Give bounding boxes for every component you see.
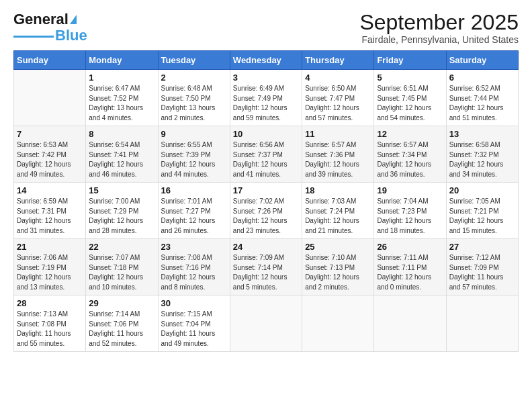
day-info: Sunrise: 7:14 AMSunset: 7:06 PMDaylight:… [89,310,143,347]
day-number: 29 [89,298,154,308]
day-number: 8 [89,129,154,139]
day-number: 6 [449,73,515,83]
day-number: 23 [161,242,227,252]
day-number: 2 [161,73,227,83]
calendar-cell: 3 Sunrise: 6:49 AMSunset: 7:49 PMDayligh… [230,70,302,126]
day-info: Sunrise: 7:09 AMSunset: 7:14 PMDaylight:… [233,254,287,291]
logo: General Blue [13,11,87,44]
day-number: 30 [161,298,227,308]
calendar-cell: 30 Sunrise: 7:15 AMSunset: 7:04 PMDaylig… [158,295,230,352]
calendar-cell: 1 Sunrise: 6:47 AMSunset: 7:52 PMDayligh… [86,70,158,126]
calendar-cell: 21 Sunrise: 7:06 AMSunset: 7:19 PMDaylig… [14,239,86,295]
day-info: Sunrise: 6:47 AMSunset: 7:52 PMDaylight:… [89,85,143,122]
day-number: 1 [89,73,154,83]
day-info: Sunrise: 7:07 AMSunset: 7:18 PMDaylight:… [89,254,143,291]
calendar-cell: 25 Sunrise: 7:10 AMSunset: 7:13 PMDaylig… [302,239,374,295]
day-info: Sunrise: 6:51 AMSunset: 7:45 PMDaylight:… [377,85,431,122]
calendar-cell: 20 Sunrise: 7:05 AMSunset: 7:21 PMDaylig… [446,183,518,239]
calendar-cell: 4 Sunrise: 6:50 AMSunset: 7:47 PMDayligh… [302,70,374,126]
day-number: 28 [17,298,83,308]
day-info: Sunrise: 6:50 AMSunset: 7:47 PMDaylight:… [305,85,359,122]
day-info: Sunrise: 6:48 AMSunset: 7:50 PMDaylight:… [161,85,216,122]
day-info: Sunrise: 7:04 AMSunset: 7:23 PMDaylight:… [377,197,431,234]
day-info: Sunrise: 7:02 AMSunset: 7:26 PMDaylight:… [233,197,287,234]
calendar-cell: 22 Sunrise: 7:07 AMSunset: 7:18 PMDaylig… [86,239,158,295]
day-info: Sunrise: 7:15 AMSunset: 7:04 PMDaylight:… [161,310,216,347]
day-number: 9 [161,129,227,139]
calendar-cell: 19 Sunrise: 7:04 AMSunset: 7:23 PMDaylig… [374,183,446,239]
calendar-cell: 23 Sunrise: 7:08 AMSunset: 7:16 PMDaylig… [158,239,230,295]
day-info: Sunrise: 6:54 AMSunset: 7:41 PMDaylight:… [89,141,143,178]
calendar-cell: 24 Sunrise: 7:09 AMSunset: 7:14 PMDaylig… [230,239,302,295]
day-number: 24 [233,242,299,252]
calendar-cell: 12 Sunrise: 6:57 AMSunset: 7:34 PMDaylig… [374,126,446,183]
logo-blue: Blue [55,27,87,44]
calendar-cell: 14 Sunrise: 6:59 AMSunset: 7:31 PMDaylig… [14,183,86,239]
calendar-cell [302,295,374,352]
day-number: 18 [305,185,371,195]
day-info: Sunrise: 6:58 AMSunset: 7:32 PMDaylight:… [449,141,504,178]
day-number: 19 [377,185,443,195]
calendar-cell: 15 Sunrise: 7:00 AMSunset: 7:29 PMDaylig… [86,183,158,239]
calendar-cell: 11 Sunrise: 6:57 AMSunset: 7:36 PMDaylig… [302,126,374,183]
calendar-cell: 18 Sunrise: 7:03 AMSunset: 7:24 PMDaylig… [302,183,374,239]
day-number: 5 [377,73,443,83]
day-number: 3 [233,73,299,83]
day-info: Sunrise: 7:08 AMSunset: 7:16 PMDaylight:… [161,254,216,291]
day-info: Sunrise: 6:59 AMSunset: 7:31 PMDaylight:… [17,197,71,234]
calendar-cell [230,295,302,352]
col-friday: Friday [374,51,446,70]
day-number: 27 [449,242,515,252]
day-info: Sunrise: 7:03 AMSunset: 7:24 PMDaylight:… [305,197,359,234]
calendar-cell [374,295,446,352]
col-monday: Monday [86,51,158,70]
day-number: 25 [305,242,371,252]
title-block: September 2025 Fairdale, Pennsylvania, U… [359,11,519,45]
calendar-cell: 17 Sunrise: 7:02 AMSunset: 7:26 PMDaylig… [230,183,302,239]
day-number: 26 [377,242,443,252]
calendar-week-2: 7 Sunrise: 6:53 AMSunset: 7:42 PMDayligh… [14,126,519,183]
logo-triangle-icon [70,15,77,24]
day-info: Sunrise: 6:49 AMSunset: 7:49 PMDaylight:… [233,85,287,122]
logo-line [13,36,54,38]
day-info: Sunrise: 7:11 AMSunset: 7:11 PMDaylight:… [377,254,431,291]
calendar-table: Sunday Monday Tuesday Wednesday Thursday… [13,50,519,352]
main-container: General Blue September 2025 Fairdale, Pe… [0,0,532,359]
day-info: Sunrise: 6:53 AMSunset: 7:42 PMDaylight:… [17,141,71,178]
day-number: 15 [89,185,154,195]
col-wednesday: Wednesday [230,51,302,70]
calendar-cell [446,295,518,352]
calendar-cell: 6 Sunrise: 6:52 AMSunset: 7:44 PMDayligh… [446,70,518,126]
day-number: 21 [17,242,83,252]
day-number: 22 [89,242,154,252]
calendar-week-3: 14 Sunrise: 6:59 AMSunset: 7:31 PMDaylig… [14,183,519,239]
calendar-cell: 27 Sunrise: 7:12 AMSunset: 7:09 PMDaylig… [446,239,518,295]
calendar-week-4: 21 Sunrise: 7:06 AMSunset: 7:19 PMDaylig… [14,239,519,295]
calendar-cell: 29 Sunrise: 7:14 AMSunset: 7:06 PMDaylig… [86,295,158,352]
day-number: 13 [449,129,515,139]
day-info: Sunrise: 7:01 AMSunset: 7:27 PMDaylight:… [161,197,216,234]
day-number: 20 [449,185,515,195]
col-tuesday: Tuesday [158,51,230,70]
header: General Blue September 2025 Fairdale, Pe… [13,11,519,45]
day-info: Sunrise: 6:55 AMSunset: 7:39 PMDaylight:… [161,141,216,178]
calendar-cell: 13 Sunrise: 6:58 AMSunset: 7:32 PMDaylig… [446,126,518,183]
col-saturday: Saturday [446,51,518,70]
calendar-week-1: 1 Sunrise: 6:47 AMSunset: 7:52 PMDayligh… [14,70,519,126]
day-number: 16 [161,185,227,195]
header-row: Sunday Monday Tuesday Wednesday Thursday… [14,51,519,70]
day-info: Sunrise: 7:12 AMSunset: 7:09 PMDaylight:… [449,254,504,291]
location: Fairdale, Pennsylvania, United States [359,34,519,45]
logo-general: General [13,11,69,28]
day-info: Sunrise: 7:05 AMSunset: 7:21 PMDaylight:… [449,197,504,234]
day-number: 12 [377,129,443,139]
day-info: Sunrise: 6:52 AMSunset: 7:44 PMDaylight:… [449,85,504,122]
month-title: September 2025 [359,11,519,34]
day-number: 11 [305,129,371,139]
calendar-cell [14,70,86,126]
day-info: Sunrise: 7:06 AMSunset: 7:19 PMDaylight:… [17,254,71,291]
calendar-cell: 2 Sunrise: 6:48 AMSunset: 7:50 PMDayligh… [158,70,230,126]
calendar-cell: 26 Sunrise: 7:11 AMSunset: 7:11 PMDaylig… [374,239,446,295]
col-sunday: Sunday [14,51,86,70]
calendar-cell: 7 Sunrise: 6:53 AMSunset: 7:42 PMDayligh… [14,126,86,183]
